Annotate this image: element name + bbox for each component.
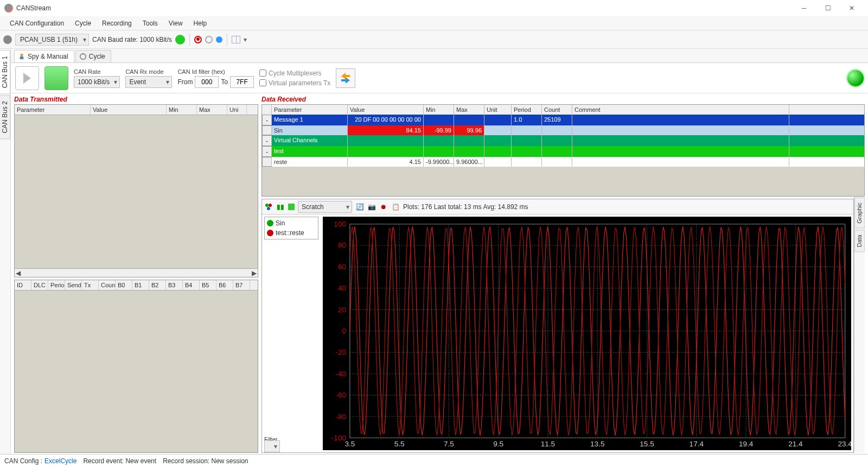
txraw-col-b6[interactable]: B6 <box>216 280 233 290</box>
graph-legend[interactable]: Sintest::reste <box>264 217 318 239</box>
svg-text:15.5: 15.5 <box>640 440 654 448</box>
id-to-input[interactable] <box>230 76 254 88</box>
txraw-col-dlc[interactable]: DLC <box>31 280 48 290</box>
txraw-col-id[interactable]: ID <box>15 280 31 290</box>
txraw-col-b1[interactable]: B1 <box>132 280 149 290</box>
rx-col-value[interactable]: Value <box>348 105 424 115</box>
virtual-tx-checkbox[interactable]: Virtual parameters Tx <box>259 79 330 87</box>
graph-export-button[interactable]: 📋 <box>391 203 400 211</box>
menu-help[interactable]: Help <box>188 17 213 29</box>
rx-row[interactable]: -Virtual Channels <box>262 135 864 146</box>
rx-col-toggle[interactable] <box>262 105 272 115</box>
legend-item[interactable]: test::reste <box>267 229 316 237</box>
record-marker-button[interactable] <box>216 36 222 43</box>
menu-cycle[interactable]: Cycle <box>69 17 97 29</box>
graph-pause-button[interactable]: ▮▮ <box>276 203 285 211</box>
can-rate-select[interactable]: 1000 kBit/s <box>74 76 120 88</box>
txraw-col-perio[interactable]: Perio <box>48 280 65 290</box>
tab-spy-manual[interactable]: Spy & Manual <box>14 50 74 62</box>
graph-channels-button[interactable] <box>264 203 273 211</box>
device-dropdown[interactable]: PCAN_USB 1 (51h) <box>15 34 89 46</box>
graph-panel: ▮▮ Scratch 🔄 📷 ⏺ 📋 Plots: 176 Last total… <box>261 199 854 453</box>
rx-col-min[interactable]: Min <box>424 105 454 115</box>
rx-col-period[interactable]: Period <box>512 105 542 115</box>
txraw-col-tx[interactable]: Tx <box>82 280 99 290</box>
txraw-col-coun[interactable]: Coun <box>99 280 116 290</box>
svg-text:21.4: 21.4 <box>788 440 803 448</box>
tx-grid[interactable]: ParameterValueMinMaxUni ◀▶ <box>14 104 258 277</box>
txraw-col-b5[interactable]: B5 <box>200 280 216 290</box>
settings-icon[interactable] <box>3 35 12 44</box>
svg-text:11.5: 11.5 <box>541 440 555 448</box>
txraw-col-b3[interactable]: B3 <box>166 280 183 290</box>
legend-swatch-icon <box>267 220 273 226</box>
id-from-input[interactable] <box>195 76 219 88</box>
txraw-col-send[interactable]: Send <box>65 280 82 290</box>
tx-grid-scrollbar[interactable]: ◀▶ <box>15 268 258 277</box>
rx-col-max[interactable]: Max <box>454 105 484 115</box>
tx-col-max[interactable]: Max <box>197 105 227 115</box>
rx-col-parameter[interactable]: Parameter <box>272 105 348 115</box>
menu-view[interactable]: View <box>163 17 188 29</box>
play-button[interactable] <box>15 66 39 90</box>
row-toggle[interactable] <box>262 157 272 167</box>
filter-select[interactable] <box>264 440 280 452</box>
tx-col-parameter[interactable]: Parameter <box>15 105 91 115</box>
rx-cell <box>512 135 542 146</box>
rx-mode-select[interactable]: Event <box>125 76 172 88</box>
row-toggle[interactable]: - <box>262 146 272 157</box>
row-toggle[interactable]: - <box>262 115 272 125</box>
rx-col-count[interactable]: Count <box>542 105 572 115</box>
rx-row[interactable]: reste4.15-9.99000...9.96000... <box>262 157 864 167</box>
txraw-col-b7[interactable]: B7 <box>233 280 250 290</box>
rx-cell <box>572 125 789 135</box>
graph-refresh-button[interactable]: 🔄 <box>355 203 364 211</box>
side-tab-can-bus-1[interactable]: CAN Bus 1 <box>0 50 10 94</box>
menu-recording[interactable]: Recording <box>97 17 137 29</box>
side-tab-can-bus-2[interactable]: CAN Bus 2 <box>0 95 10 139</box>
rx-cell: reste <box>272 157 348 167</box>
id-filter-label: CAN Id filter (hex) <box>177 68 254 75</box>
stop-record-button[interactable] <box>205 36 213 43</box>
layout-dropdown-arrow[interactable]: ▾ <box>244 36 247 43</box>
row-toggle[interactable]: - <box>262 135 272 146</box>
run-button[interactable] <box>44 66 68 90</box>
layout-button[interactable] <box>232 36 240 43</box>
tx-raw-grid[interactable]: IDDLCPerioSendTxCounB0B1B2B3B4B5B6B7 <box>14 280 258 453</box>
tx-col-uni[interactable]: Uni <box>227 105 247 115</box>
svg-rect-6 <box>323 217 851 450</box>
rx-grid[interactable]: ParameterValueMinMaxUnitPeriodCountComme… <box>261 104 865 197</box>
tx-col-min[interactable]: Min <box>167 105 197 115</box>
rx-row[interactable]: -test <box>262 146 864 157</box>
tab-cycle[interactable]: Cycle <box>75 50 111 62</box>
config-swap-button[interactable] <box>336 68 355 88</box>
record-button[interactable] <box>194 36 202 43</box>
close-button[interactable]: ✕ <box>840 1 864 16</box>
tx-col-value[interactable]: Value <box>91 105 167 115</box>
rx-row[interactable]: Sin84.15-99.9999.96 <box>262 125 864 135</box>
cycle-mux-checkbox[interactable]: Cycle Multiplexers <box>259 70 330 77</box>
maximize-button[interactable]: ☐ <box>816 1 840 16</box>
graph-stop-button[interactable] <box>288 204 295 210</box>
graph-tab-graphic[interactable]: Graphic <box>854 198 865 229</box>
row-toggle[interactable] <box>262 125 272 135</box>
rx-cell: Virtual Channels <box>272 135 348 146</box>
graph-tab-data[interactable]: Data <box>854 230 865 252</box>
txraw-col-b4[interactable]: B4 <box>183 280 200 290</box>
graph-snapshot-button[interactable]: 📷 <box>367 203 376 211</box>
menu-tools[interactable]: Tools <box>137 17 163 29</box>
txraw-col-b2[interactable]: B2 <box>149 280 166 290</box>
rx-row[interactable]: -Message 120 DF 00 00 00 00 00 001.02510… <box>262 115 864 125</box>
status-config-link[interactable]: ExcelCycle <box>44 457 76 465</box>
graph-preset-select[interactable]: Scratch <box>298 201 352 213</box>
minimize-button[interactable]: ─ <box>792 1 816 16</box>
graph-plot[interactable]: 100806040200-20-40-60-80-1003.55.57.59.5… <box>323 217 851 450</box>
graph-record-button[interactable]: ⏺ <box>379 203 388 211</box>
svg-text:60: 60 <box>338 263 347 271</box>
rx-col-unit[interactable]: Unit <box>484 105 512 115</box>
legend-item[interactable]: Sin <box>267 219 316 227</box>
txraw-col-b0[interactable]: B0 <box>116 280 132 290</box>
rx-col-comment[interactable]: Comment <box>572 105 789 115</box>
menu-can-configuration[interactable]: CAN Configuration <box>4 17 69 29</box>
svg-text:13.5: 13.5 <box>590 440 604 448</box>
